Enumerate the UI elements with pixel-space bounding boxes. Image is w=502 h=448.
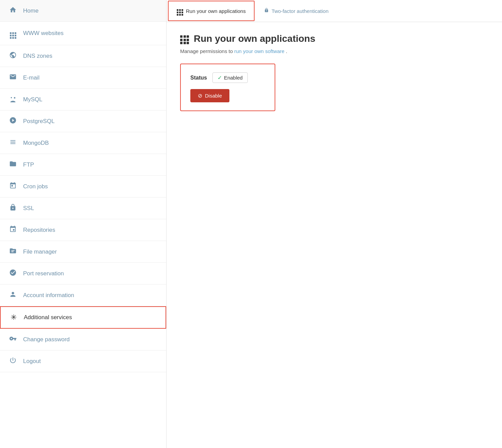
subtitle-link[interactable]: run your own software xyxy=(234,48,284,54)
sidebar-item-label: Home xyxy=(23,7,38,14)
tab-label: Two-factor authentication xyxy=(272,8,329,14)
portreservation-icon xyxy=(8,269,18,278)
tab-lock-icon xyxy=(264,8,269,14)
mongodb-icon xyxy=(8,138,18,148)
sidebar-item-label: WWW websites xyxy=(23,30,64,37)
sidebar-item-mongodb[interactable]: MongoDB xyxy=(0,132,166,154)
tab-two-factor[interactable]: Two-factor authentication xyxy=(256,0,337,22)
sidebar-item-label: SSL xyxy=(23,205,34,212)
sidebar-item-label: Cron jobs xyxy=(23,183,48,190)
sidebar-item-dns[interactable]: DNS zones xyxy=(0,45,166,67)
sidebar-item-label: MySQL xyxy=(23,96,42,103)
sidebar-item-label: File manager xyxy=(23,248,57,255)
sidebar-item-label: Port reservation xyxy=(23,270,64,277)
globe-icon xyxy=(8,51,18,61)
sidebar-item-mysql[interactable]: MySQL xyxy=(0,89,166,110)
email-icon xyxy=(8,73,18,82)
sidebar-item-ssl[interactable]: SSL xyxy=(0,197,166,219)
account-icon xyxy=(8,291,18,300)
status-badge: ✓ Enabled xyxy=(212,72,248,83)
tab-grid-icon xyxy=(177,6,183,16)
page-title: Run your own applications xyxy=(194,33,315,44)
status-label: Status xyxy=(190,75,207,81)
status-value: Enabled xyxy=(224,75,243,81)
status-row: Status ✓ Enabled xyxy=(190,72,265,83)
check-icon: ✓ xyxy=(218,74,222,81)
postgresql-icon xyxy=(8,117,18,126)
page-header-icon xyxy=(180,33,189,44)
tab-run-apps[interactable]: Run your own applications xyxy=(168,1,255,21)
sidebar: Home WWW websites DNS zones E-mail MySQL… xyxy=(0,0,167,448)
sidebar-item-label: PostgreSQL xyxy=(23,118,55,125)
content-area: Run your own applications Manage permiss… xyxy=(167,22,502,448)
sidebar-item-postgresql[interactable]: PostgreSQL xyxy=(0,110,166,132)
folder-icon xyxy=(8,160,18,169)
tab-label: Run your own applications xyxy=(186,8,246,14)
filemanager-icon xyxy=(8,247,18,256)
sidebar-item-cron[interactable]: Cron jobs xyxy=(0,176,166,197)
calendar-icon xyxy=(8,182,18,191)
sidebar-item-label: Logout xyxy=(23,358,41,365)
sidebar-item-change-password[interactable]: Change password xyxy=(0,329,166,350)
sidebar-item-home[interactable]: Home xyxy=(0,0,166,22)
sidebar-item-additional-services[interactable]: ✳ Additional services xyxy=(0,306,166,329)
page-subtitle: Manage permissions to run your own softw… xyxy=(180,48,488,54)
mysql-icon xyxy=(8,95,18,104)
sidebar-item-logout[interactable]: Logout xyxy=(0,350,166,372)
sidebar-item-label: Change password xyxy=(23,336,70,343)
grid-icon xyxy=(8,28,18,39)
sidebar-item-account[interactable]: Account information xyxy=(0,285,166,306)
disable-button[interactable]: ⊘ Disable xyxy=(190,89,229,102)
sidebar-item-www[interactable]: WWW websites xyxy=(0,22,166,45)
main-content: Run your own applications Two-factor aut… xyxy=(167,0,502,448)
page-header: Run your own applications xyxy=(180,33,488,44)
sidebar-item-label: FTP xyxy=(23,161,34,168)
sidebar-item-label: MongoDB xyxy=(23,140,49,147)
home-icon xyxy=(8,6,18,15)
sidebar-item-label: DNS zones xyxy=(23,53,52,59)
sidebar-item-label: E-mail xyxy=(23,74,39,81)
repositories-icon xyxy=(8,225,18,235)
asterisk-icon: ✳ xyxy=(9,313,18,322)
power-icon xyxy=(8,357,18,366)
sidebar-item-repositories[interactable]: Repositories xyxy=(0,219,166,241)
sidebar-item-ftp[interactable]: FTP xyxy=(0,154,166,176)
lock-icon xyxy=(8,204,18,213)
sidebar-item-port-reservation[interactable]: Port reservation xyxy=(0,263,166,285)
sidebar-item-label: Repositories xyxy=(23,227,55,234)
disable-icon: ⊘ xyxy=(198,92,202,99)
sidebar-item-email[interactable]: E-mail xyxy=(0,67,166,89)
changepassword-icon xyxy=(8,335,18,344)
tab-bar: Run your own applications Two-factor aut… xyxy=(167,0,502,22)
sidebar-item-filemanager[interactable]: File manager xyxy=(0,241,166,263)
status-card: Status ✓ Enabled ⊘ Disable xyxy=(180,64,275,111)
sidebar-item-label: Account information xyxy=(23,292,74,299)
sidebar-item-label: Additional services xyxy=(24,314,72,321)
